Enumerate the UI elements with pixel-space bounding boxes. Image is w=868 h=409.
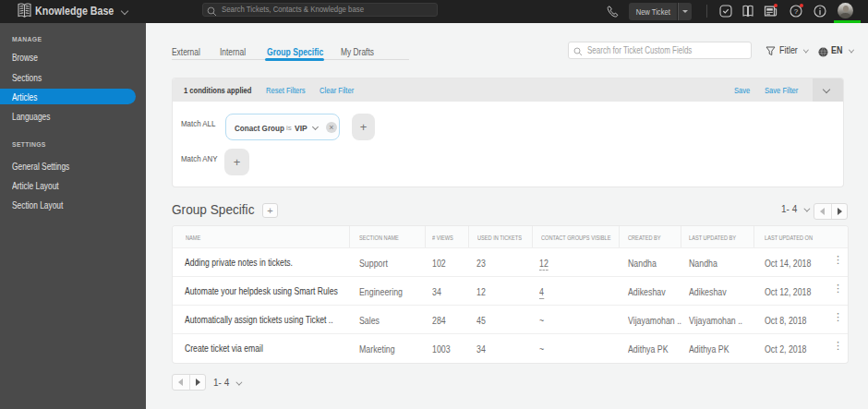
svg-text:?: ?	[794, 7, 799, 16]
